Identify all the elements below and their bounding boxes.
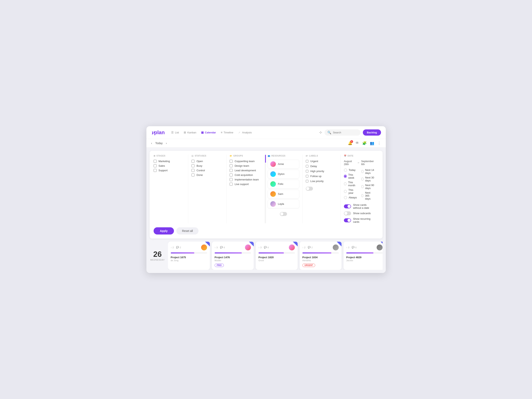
labels-toggle-switch[interactable] <box>306 187 313 191</box>
date-title: DATE <box>348 155 354 157</box>
nav-calendar[interactable]: ▦ Calendar <box>201 130 216 135</box>
status-control-checkbox[interactable] <box>191 169 195 172</box>
card-4829[interactable]: ↑ 3 💬 6 Project 4829 <box>343 242 383 270</box>
date-opt-this-week[interactable]: This week <box>344 173 358 179</box>
card-1675-comment-count: 2 <box>180 246 181 249</box>
group-design[interactable]: Design team <box>230 164 261 167</box>
group-cold-acq-label: Cold acquisition <box>234 174 253 176</box>
group-copywriting[interactable]: Copywriting team <box>230 160 261 163</box>
label-high-priority[interactable]: High priority <box>306 170 337 173</box>
nav-kanban[interactable]: ⊞ Kanban <box>184 130 196 135</box>
date-opt-this-month[interactable]: This month <box>344 181 358 187</box>
resources-column: 👥 RESOURCES Anne Dylon <box>265 155 303 223</box>
resource-felix[interactable]: Felix <box>268 180 299 188</box>
backlog-button[interactable]: Backlog <box>363 129 381 136</box>
nav-timeline[interactable]: ≡ Timeline <box>221 130 233 135</box>
card-1476-comment-count: 6 <box>224 246 225 249</box>
status-busy[interactable]: Busy <box>191 164 223 167</box>
group-live-support-checkbox[interactable] <box>230 183 233 186</box>
group-design-checkbox[interactable] <box>230 164 233 167</box>
card-1834-title: Project 1834 <box>302 256 339 259</box>
stage-sales[interactable]: Sales <box>154 164 185 167</box>
resource-anne[interactable]: Anne <box>268 160 299 168</box>
fullscreen-button[interactable]: ⊹ <box>319 130 322 135</box>
card-1675-progress-bar <box>171 252 194 253</box>
group-copywriting-checkbox[interactable] <box>230 160 233 163</box>
date-opt-always[interactable]: Always <box>344 196 358 199</box>
date-opt-next14[interactable]: Next 14 days <box>361 168 375 175</box>
toggle-no-date-switch[interactable] <box>344 204 351 208</box>
radio-next14 <box>361 170 364 173</box>
resources-toggle-switch[interactable] <box>280 212 287 216</box>
apply-button[interactable]: Apply <box>154 227 174 235</box>
status-control[interactable]: Control <box>191 169 223 172</box>
card-1834-arrow-count: 2 <box>304 246 305 249</box>
search-input[interactable] <box>333 131 358 134</box>
card-4829-stats: ↑ 3 💬 6 <box>346 246 357 249</box>
stage-support-checkbox[interactable] <box>154 169 157 172</box>
card-1820-progress-bar <box>259 252 284 253</box>
list-icon: ☰ <box>171 131 174 134</box>
status-open[interactable]: Open <box>191 160 223 163</box>
radio-next30 <box>361 177 364 181</box>
status-open-checkbox[interactable] <box>191 160 195 163</box>
date-icon: 📅 <box>344 155 347 157</box>
prev-date-button[interactable]: ‹ <box>151 142 152 145</box>
status-done-checkbox[interactable] <box>191 174 195 176</box>
group-lead-dev[interactable]: Lead development <box>230 169 261 172</box>
nav-analysis[interactable]: ⟋ Analysis <box>238 130 252 135</box>
group-cold-acq-checkbox[interactable] <box>230 174 233 176</box>
label-urgent-text: Urgent <box>310 160 318 163</box>
nav-list-label: List <box>175 131 179 134</box>
filter-button[interactable]: 🔔 9 <box>348 141 352 145</box>
date-next365-label: Next 365 days <box>365 191 375 200</box>
label-low-priority[interactable]: Low priority <box>306 180 337 183</box>
dots-button[interactable]: ⋮ <box>377 141 381 145</box>
puzzle-button[interactable]: 🧩 <box>362 141 367 145</box>
resource-dylon[interactable]: Dylon <box>268 170 299 178</box>
date-opt-next30[interactable]: Next 30 days <box>361 176 375 182</box>
nav-list[interactable]: ☰ List <box>171 130 179 135</box>
date-opt-today[interactable]: Today <box>344 168 358 172</box>
label-delay-checkbox[interactable] <box>306 165 308 168</box>
card-1476[interactable]: ↑ 3 💬 6 Project 1476 <box>212 242 254 270</box>
label-urgent-checkbox[interactable] <box>306 160 308 162</box>
sub-header-icons: 🔔 9 👁 🧩 👥 ⋮ <box>348 141 381 145</box>
resource-sam[interactable]: Sam <box>268 190 299 198</box>
label-low-priority-checkbox[interactable] <box>306 180 308 182</box>
next-date-button[interactable]: › <box>166 142 167 145</box>
status-done[interactable]: Done <box>191 174 223 176</box>
group-impl-team[interactable]: Implementation team <box>230 178 261 181</box>
card-1675[interactable]: ↑ 2 💬 2 Project 1675 <box>168 242 210 270</box>
card-1820[interactable]: ↑ 3 💬 6 Project 1820 <box>256 242 298 270</box>
group-lead-dev-checkbox[interactable] <box>230 169 233 172</box>
timeline-icon: ≡ <box>221 131 222 134</box>
group-live-support[interactable]: Live support <box>230 183 261 186</box>
card-1834[interactable]: ↑ 2 💬 2 Project 1834 <box>300 242 342 270</box>
notification-badge: 9 <box>350 140 353 143</box>
label-urgent[interactable]: Urgent <box>306 160 337 163</box>
stage-marketing[interactable]: Marketing <box>154 160 185 163</box>
stages-title: STAGES <box>156 155 165 157</box>
people-button[interactable]: 👥 <box>370 141 374 145</box>
group-cold-acq[interactable]: Cold acquisition <box>230 174 261 176</box>
toggle-subcards-switch[interactable] <box>344 211 351 215</box>
group-impl-team-checkbox[interactable] <box>230 178 233 181</box>
date-opt-this-year[interactable]: This year <box>344 188 358 194</box>
date-opt-next365[interactable]: Next 365 days <box>361 191 375 200</box>
label-high-priority-checkbox[interactable] <box>306 170 308 173</box>
stage-support[interactable]: Support <box>154 169 185 172</box>
label-follow-up[interactable]: Follow up <box>306 175 337 178</box>
label-follow-up-checkbox[interactable] <box>306 175 308 177</box>
card-corner-1834 <box>337 242 342 246</box>
status-busy-checkbox[interactable] <box>191 164 195 167</box>
resource-layla-name: Layla <box>278 202 284 205</box>
reset-button[interactable]: Reset all <box>176 227 198 235</box>
label-delay[interactable]: Delay <box>306 165 337 168</box>
stage-marketing-checkbox[interactable] <box>154 160 157 163</box>
stage-sales-checkbox[interactable] <box>154 164 157 167</box>
eye-button[interactable]: 👁 <box>355 141 359 145</box>
date-opt-next90[interactable]: Next 90 days <box>361 184 375 190</box>
toggle-recurring-switch[interactable] <box>344 218 351 222</box>
resource-layla[interactable]: Layla <box>268 200 299 208</box>
